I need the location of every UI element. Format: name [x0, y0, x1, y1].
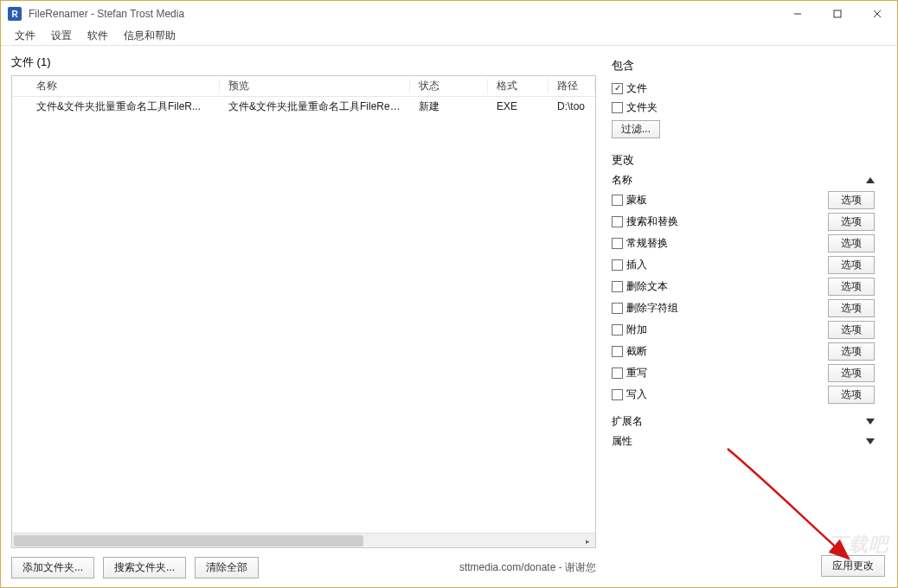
change-option-row: 附加选项 [612, 319, 875, 341]
include-folders-checkbox[interactable] [612, 102, 623, 113]
expand-down-icon [866, 438, 875, 444]
cell-preview: 文件&文件夹批量重命名工具FileRen... [220, 99, 410, 114]
change-option-label: 重写 [626, 366, 647, 380]
titlebar: R FileRenamer - Stefan Trost Media [1, 1, 897, 27]
menu-software[interactable]: 软件 [80, 27, 115, 45]
change-option-checkbox[interactable] [612, 238, 623, 249]
svg-rect-1 [834, 10, 841, 17]
table-body[interactable]: 文件&文件夹批量重命名工具FileR... 文件&文件夹批量重命名工具FileR… [12, 97, 595, 533]
app-icon: R [8, 7, 22, 21]
bottom-toolbar: 添加文件夹... 搜索文件夹... 清除全部 sttmedia.com/dona… [11, 557, 596, 578]
col-header-path[interactable]: 路径 [548, 79, 595, 93]
table-row[interactable]: 文件&文件夹批量重命名工具FileR... 文件&文件夹批量重命名工具FileR… [12, 97, 595, 116]
change-option-row: 删除字符组选项 [612, 297, 875, 319]
change-option-label: 插入 [626, 258, 647, 272]
scroll-right-icon[interactable]: ▸ [580, 534, 595, 548]
change-option-row: 蒙板选项 [612, 189, 875, 211]
change-option-label: 搜索和替换 [626, 214, 678, 229]
close-button[interactable] [857, 1, 897, 27]
file-table: 名称 预览 状态 格式 路径 文件&文件夹批量重命名工具FileR... 文件&… [11, 75, 596, 548]
change-option-options-button[interactable]: 选项 [828, 342, 875, 361]
change-option-label: 写入 [626, 387, 647, 402]
options-pane: 包含 文件 文件夹 过滤... 更改 名称 蒙板选项搜索和替换选项常规替换选项插… [606, 46, 887, 587]
change-option-row: 删除文本选项 [612, 276, 875, 297]
change-option-checkbox[interactable] [612, 195, 623, 206]
scroll-thumb[interactable] [14, 535, 363, 546]
window-controls [778, 1, 897, 27]
col-header-name[interactable]: 名称 [12, 79, 220, 93]
change-option-checkbox[interactable] [612, 281, 623, 292]
minimize-button[interactable] [778, 1, 818, 27]
change-option-row: 插入选项 [612, 254, 875, 276]
menu-help[interactable]: 信息和帮助 [117, 27, 183, 45]
change-option-options-button[interactable]: 选项 [828, 321, 875, 339]
menubar: 文件 设置 软件 信息和帮助 [1, 27, 897, 46]
change-option-options-button[interactable]: 选项 [828, 256, 875, 274]
change-option-label: 蒙板 [626, 193, 647, 208]
menu-settings[interactable]: 设置 [44, 27, 79, 45]
change-option-label: 常规替换 [626, 236, 668, 251]
change-option-options-button[interactable]: 选项 [828, 364, 875, 382]
attr-group-header[interactable]: 属性 [612, 434, 875, 449]
filter-button[interactable]: 过滤... [612, 120, 660, 138]
expand-down-icon [866, 419, 875, 425]
file-list-title: 文件 (1) [11, 54, 596, 70]
menu-file[interactable]: 文件 [8, 27, 42, 45]
cell-format: EXE [488, 100, 548, 112]
horizontal-scrollbar[interactable]: ◂ ▸ [12, 533, 595, 547]
include-section-title: 包含 [612, 58, 875, 74]
window-title: FileRenamer - Stefan Trost Media [29, 8, 184, 20]
collapse-up-icon [866, 177, 875, 183]
table-header: 名称 预览 状态 格式 路径 [12, 76, 595, 97]
search-folder-button[interactable]: 搜索文件夹... [103, 557, 186, 578]
change-option-options-button[interactable]: 选项 [828, 278, 875, 296]
change-option-row: 常规替换选项 [612, 233, 875, 254]
change-option-options-button[interactable]: 选项 [828, 299, 875, 317]
change-option-checkbox[interactable] [612, 368, 623, 379]
change-option-row: 重写选项 [612, 362, 875, 384]
col-header-format[interactable]: 格式 [488, 79, 548, 93]
change-option-row: 搜索和替换选项 [612, 211, 875, 233]
change-option-checkbox[interactable] [612, 259, 623, 271]
cell-path: D:\too [548, 100, 595, 112]
name-group-header[interactable]: 名称 [612, 173, 875, 188]
change-option-label: 附加 [626, 323, 647, 337]
change-option-row: 截断选项 [612, 341, 875, 362]
include-files-checkbox[interactable] [612, 83, 623, 94]
change-option-options-button[interactable]: 选项 [828, 386, 875, 404]
change-option-options-button[interactable]: 选项 [828, 213, 875, 231]
change-option-checkbox[interactable] [612, 216, 623, 227]
include-folders-label: 文件夹 [626, 100, 657, 115]
change-option-checkbox[interactable] [612, 324, 623, 336]
col-header-status[interactable]: 状态 [410, 79, 488, 93]
col-header-preview[interactable]: 预览 [220, 79, 410, 93]
add-folder-button[interactable]: 添加文件夹... [11, 557, 94, 578]
change-option-label: 删除文本 [626, 279, 668, 294]
ext-group-label: 扩展名 [612, 414, 866, 429]
change-option-options-button[interactable]: 选项 [828, 234, 875, 252]
change-option-options-button[interactable]: 选项 [828, 191, 875, 209]
change-option-label: 截断 [626, 344, 647, 359]
change-option-checkbox[interactable] [612, 346, 623, 357]
change-option-label: 删除字符组 [626, 301, 678, 316]
name-group-label: 名称 [612, 173, 866, 188]
cell-status: 新建 [410, 99, 488, 114]
maximize-button[interactable] [818, 1, 857, 27]
include-files-label: 文件 [626, 81, 647, 96]
file-list-pane: 文件 (1) 名称 预览 状态 格式 路径 文件&文件夹批量重命名工具FileR… [1, 46, 606, 587]
change-option-checkbox[interactable] [612, 303, 623, 314]
change-option-row: 写入选项 [612, 384, 875, 406]
attr-group-label: 属性 [612, 434, 866, 449]
ext-group-header[interactable]: 扩展名 [612, 414, 875, 429]
change-option-checkbox[interactable] [612, 389, 623, 400]
apply-changes-button[interactable]: 应用更改 [821, 555, 885, 577]
change-section-title: 更改 [612, 152, 875, 168]
cell-name: 文件&文件夹批量重命名工具FileR... [12, 99, 220, 114]
donate-link[interactable]: sttmedia.com/donate - 谢谢您 [459, 560, 596, 575]
clear-all-button[interactable]: 清除全部 [195, 557, 259, 578]
